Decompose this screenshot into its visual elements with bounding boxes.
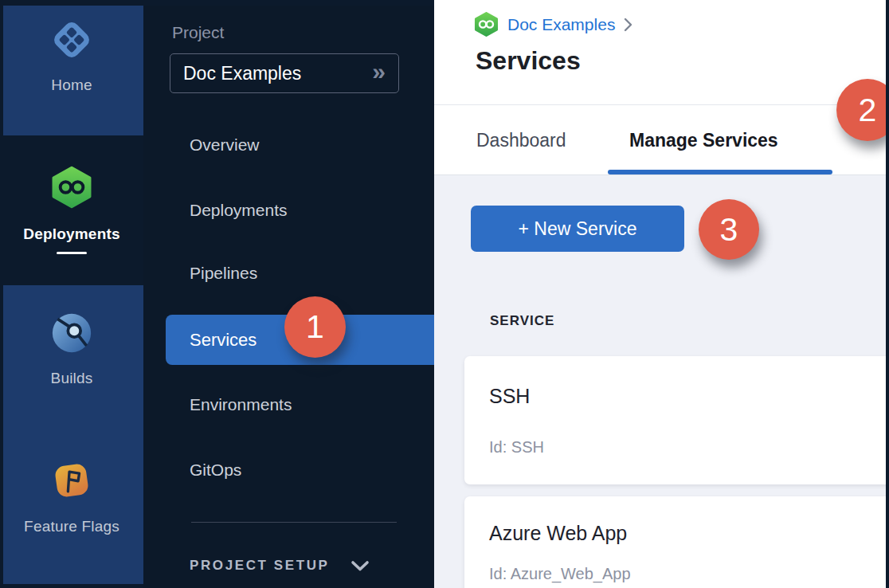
- annotation-badge-1: 1: [284, 296, 346, 358]
- sidebar-item-label: Services: [190, 330, 257, 351]
- sidebar-divider: [191, 522, 397, 523]
- rail-item-feature-flags[interactable]: Feature Flags: [0, 434, 143, 584]
- service-name: Azure Web App: [489, 522, 627, 545]
- project-selector[interactable]: Doc Examples »: [170, 53, 399, 93]
- window-left-edge: [0, 0, 3, 588]
- header-divider: [434, 104, 889, 105]
- service-id: Id: SSH: [489, 438, 544, 457]
- builds-icon: [51, 312, 92, 354]
- new-service-button[interactable]: + New Service: [471, 206, 684, 252]
- double-chevron-icon[interactable]: »: [372, 60, 386, 84]
- sidebar-item-gitops[interactable]: GitOps: [190, 461, 241, 480]
- main-content: Doc Examples Services Dashboard Manage S…: [434, 0, 889, 588]
- annotation-badge-3: 3: [699, 199, 759, 260]
- project-setup-label: PROJECT SETUP: [190, 558, 330, 574]
- sidebar-item-deployments[interactable]: Deployments: [190, 201, 288, 220]
- service-name: SSH: [489, 385, 530, 408]
- project-setup-toggle[interactable]: PROJECT SETUP: [190, 558, 370, 574]
- service-card-ssh[interactable]: SSH Id: SSH: [464, 356, 889, 484]
- feature-flags-icon: [51, 460, 92, 501]
- rail-item-builds[interactable]: Builds: [0, 285, 143, 434]
- sidebar-item-overview[interactable]: Overview: [190, 135, 260, 155]
- rail-item-label: Feature Flags: [24, 518, 119, 535]
- project-hexagon-icon: [474, 12, 499, 37]
- sidebar-item-environments[interactable]: Environments: [190, 395, 292, 414]
- tab-dashboard[interactable]: Dashboard: [476, 130, 566, 151]
- rail-item-label: Deployments: [23, 225, 120, 243]
- window-bottom-edge: [0, 584, 143, 588]
- rail-item-deployments[interactable]: Deployments: [0, 135, 143, 285]
- rail-item-label: Builds: [51, 370, 93, 387]
- manage-services-panel: + New Service SERVICE SSH Id: SSH Azure …: [434, 174, 889, 588]
- project-sidebar: Project Doc Examples » Overview Deployme…: [143, 0, 434, 588]
- project-name: Doc Examples: [183, 63, 372, 84]
- breadcrumb: Doc Examples: [474, 12, 632, 37]
- rail-active-underline: [57, 252, 87, 254]
- app-window: Home Deployments: [0, 0, 889, 588]
- rail-item-home[interactable]: Home: [0, 6, 143, 135]
- service-column-header: SERVICE: [490, 313, 554, 329]
- window-right-edge: [886, 0, 889, 588]
- project-label: Project: [172, 23, 224, 42]
- window-top-edge: [0, 0, 434, 6]
- chevron-right-icon: [624, 18, 632, 32]
- home-icon: [50, 18, 93, 61]
- module-rail: Home Deployments: [0, 0, 143, 588]
- breadcrumb-project-link[interactable]: Doc Examples: [507, 15, 615, 34]
- rail-item-label: Home: [51, 76, 92, 94]
- service-id: Id: Azure_Web_App: [489, 565, 631, 583]
- chevron-down-icon: [351, 560, 370, 572]
- service-card-azure-web-app[interactable]: Azure Web App Id: Azure_Web_App: [464, 496, 889, 588]
- deployments-icon: [50, 166, 93, 209]
- page-title: Services: [476, 46, 581, 76]
- tab-manage-services[interactable]: Manage Services: [629, 130, 778, 151]
- sidebar-item-pipelines[interactable]: Pipelines: [190, 264, 257, 283]
